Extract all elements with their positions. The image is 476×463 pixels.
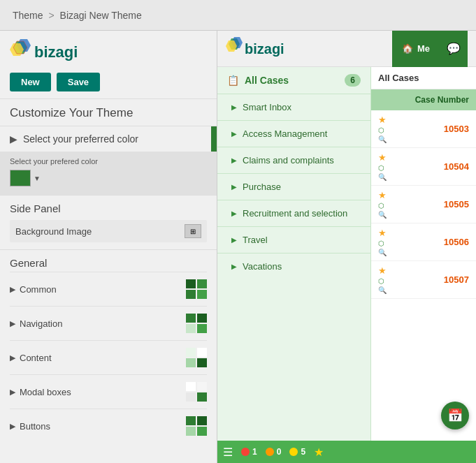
bottom-bar: ☰ 1 0 5 ★ [217,441,476,463]
background-image-icon[interactable]: ⊞ [185,224,201,238]
expand-arrow-icon: ▶ [10,133,17,145]
nav-icon-button[interactable]: 💬 [440,31,468,67]
sidebar-item-claims[interactable]: ▶ Claims and complaints [217,147,370,173]
main-layout: bizagi New Save Customize Your Theme ▶ S… [0,31,476,463]
buttons-color-blocks [186,416,207,436]
color-block [186,358,196,367]
navigation-label: Navigation [20,318,62,329]
content-arrow-icon: ▶ [10,353,15,362]
sidebar-item-purchase[interactable]: ▶ Purchase [217,173,370,200]
search-icon: 🔍 [378,135,387,143]
recruitment-label: Recruitment and selection [243,208,347,219]
table-row[interactable]: ★ ⬡ 🔍 10507 [371,261,476,299]
color-section: ▶ Select your preferred color Select you… [0,126,217,195]
case-number: 10506 [444,237,469,247]
logo-area: bizagi [0,31,217,73]
modal-color-blocks [186,382,207,402]
background-image-row: Background Image ⊞ [10,220,207,242]
home-icon: 🏠 [402,43,413,54]
general-item-buttons[interactable]: ▶ Buttons [10,409,207,443]
red-count: 1 [252,447,257,457]
sidebar-item-vacations[interactable]: ▶ Vacations [217,253,370,279]
color-block [186,314,196,323]
color-block [186,392,196,402]
sidebar-item-access-management[interactable]: ▶ Access Management [217,120,370,147]
smart-inbox-arrow-icon: ▶ [231,103,237,111]
color-dropdown-arrow-icon[interactable]: ▼ [34,175,41,182]
svg-text:bizagi: bizagi [34,43,78,61]
side-panel-section: Side Panel Background Image ⊞ [0,195,217,249]
green-badge: 5 [289,447,305,457]
app-logo-svg: bizagi [226,36,310,61]
case-number: 10503 [444,124,469,134]
process-icon: ⬡ [378,240,387,247]
color-block [197,279,207,288]
app-cases-panel: All Cases Case Number ★ ⬡ 🔍 10503 ★ [371,67,476,441]
search-icon: 🔍 [378,211,387,219]
common-color-blocks [186,279,207,299]
color-block [197,324,207,333]
green-count: 5 [301,447,305,457]
sidebar-item-smart-inbox[interactable]: ▶ Smart Inbox [217,94,370,120]
star-icon: ★ [378,265,387,276]
save-button[interactable]: Save [57,73,100,91]
general-item-common[interactable]: ▶ Common [10,272,207,306]
new-button[interactable]: New [10,73,51,91]
general-item-content[interactable]: ▶ Content [10,340,207,374]
breadcrumb-separator: > [48,10,54,21]
search-icon: 🔍 [378,249,387,256]
svg-text:bizagi: bizagi [245,41,284,57]
process-icon: ⬡ [378,126,387,134]
sidebar-item-recruitment[interactable]: ▶ Recruitment and selection [217,200,370,226]
right-panel-wrapper: bizagi 🏠 Me 💬 [217,31,476,463]
sidebar-all-cases[interactable]: 📋 All Cases 6 [217,67,370,94]
color-block [197,427,207,436]
color-section-label: Select your preferred color [23,133,138,145]
color-block [186,382,196,391]
color-section-header[interactable]: ▶ Select your preferred color [0,126,217,152]
general-item-modal-boxes[interactable]: ▶ Modal boxes [10,374,207,409]
claims-label: Claims and complaints [243,155,334,166]
table-row[interactable]: ★ ⬡ 🔍 10506 [371,223,476,261]
table-row[interactable]: ★ ⬡ 🔍 10504 [371,148,476,186]
color-swatch[interactable] [10,170,31,186]
content-label: Content [20,353,52,363]
briefcase-icon: 📋 [227,75,239,86]
background-image-label: Background Image [15,226,92,237]
me-button[interactable]: 🏠 Me [392,31,440,67]
fab-button[interactable]: 📅 [441,402,469,429]
chat-icon: 💬 [447,42,461,55]
sidebar-item-travel[interactable]: ▶ Travel [217,226,370,253]
bizagi-logo: bizagi [10,38,101,66]
star-icon: ★ [378,152,387,163]
table-row[interactable]: ★ ⬡ 🔍 10503 [371,110,476,148]
app-logo: bizagi [226,36,310,61]
color-block [186,416,196,425]
table-row[interactable]: ★ ⬡ 🔍 10505 [371,186,476,223]
color-block [186,290,196,299]
customize-title: Customize Your Theme [0,98,217,126]
case-number: 10507 [444,274,469,285]
me-label: Me [417,43,430,54]
app-sidebar: 📋 All Cases 6 ▶ Smart Inbox ▶ Access Man… [217,67,371,441]
breadcrumb: Theme > Bizagi New Theme [13,10,142,21]
common-label: Common [20,284,57,295]
search-icon: 🔍 [378,286,387,294]
modal-arrow-icon: ▶ [10,388,15,397]
purchase-arrow-icon: ▶ [231,183,237,191]
bottom-star-icon[interactable]: ★ [314,446,324,459]
color-block [186,348,196,357]
color-block [197,392,207,402]
right-panel: bizagi 🏠 Me 💬 [217,31,476,441]
color-swatch-wrapper: ▼ [10,170,207,186]
all-cases-badge: 6 [345,74,361,87]
orange-badge: 0 [266,447,282,457]
vacations-label: Vacations [243,261,282,272]
color-block [186,324,196,333]
general-item-navigation[interactable]: ▶ Navigation [10,306,207,340]
case-number: 10504 [444,161,469,172]
access-mgmt-arrow-icon: ▶ [231,130,237,138]
access-management-label: Access Management [243,128,327,139]
all-cases-label: All Cases [245,75,289,86]
menu-icon[interactable]: ☰ [223,446,233,459]
